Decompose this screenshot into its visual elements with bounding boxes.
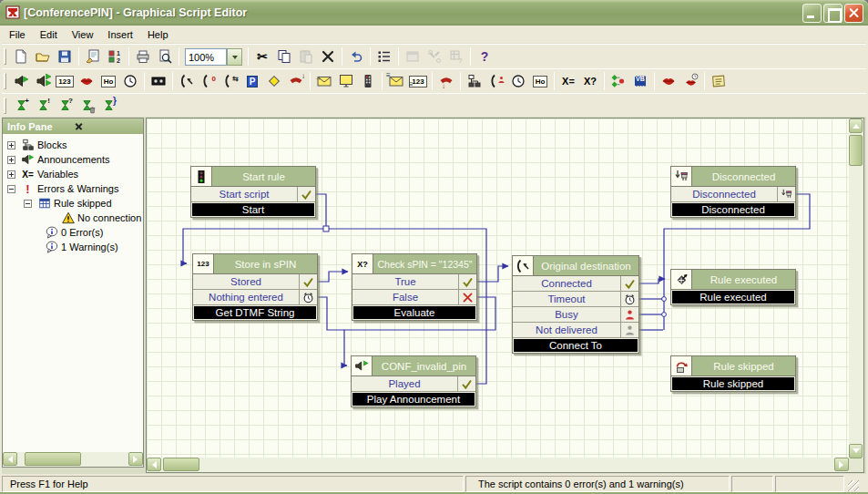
open-button[interactable] [32, 46, 54, 67]
numbered-list-button[interactable] [373, 46, 395, 67]
block-header[interactable]: Disconnected [671, 167, 795, 187]
hangup-button[interactable]: ↓ [285, 71, 307, 91]
canvas-hscrollbar[interactable] [147, 458, 849, 472]
tree-item-warning-count[interactable]: 1 Warning(s) [3, 240, 143, 254]
display-message-button[interactable] [335, 71, 357, 91]
outcome-row[interactable]: Connected [513, 276, 638, 292]
close-button[interactable] [844, 4, 863, 23]
wait-button[interactable] [119, 71, 141, 91]
time-check-button[interactable] [507, 71, 529, 91]
tree-label[interactable]: No connection [77, 212, 141, 223]
play-announcements-button[interactable] [32, 71, 54, 91]
block-rule-skipped[interactable]: Rule skipped Rule skipped [670, 355, 796, 392]
scroll-thumb[interactable] [25, 452, 81, 466]
block-store-in-spin[interactable]: 123 Store in sPIN Stored Nothing entered… [192, 253, 318, 321]
tree-label[interactable]: Blocks [37, 139, 66, 150]
speak-button[interactable] [658, 71, 679, 91]
undo-button[interactable] [345, 46, 367, 67]
action-bar[interactable]: Play Announcement [352, 393, 475, 406]
toolbar-grip[interactable] [4, 73, 6, 89]
query-variable-button[interactable]: ? [54, 96, 76, 116]
collapse-icon[interactable] [7, 185, 15, 193]
menu-edit[interactable]: Edit [33, 27, 65, 42]
tree-label[interactable]: Variables [37, 169, 78, 180]
action-bar[interactable]: Get DTMF String [194, 306, 316, 319]
tree-item-variables[interactable]: X= Variables [3, 167, 143, 181]
zoom-dropdown-icon[interactable] [227, 48, 242, 66]
zoom-value[interactable]: 100% [185, 48, 227, 66]
divert-call-button[interactable]: ⇆ [220, 71, 241, 91]
block-disconnected[interactable]: Disconnected Disconnected Disconnected [670, 166, 796, 218]
zoom-select[interactable]: 100% [185, 48, 242, 66]
queue-digits-button[interactable]: 123≡ [407, 71, 429, 91]
outcome-row[interactable]: Not delivered [513, 323, 638, 338]
action-bar[interactable]: Connect To [514, 339, 638, 352]
outcome-row[interactable]: Timeout [513, 292, 638, 307]
tree-label[interactable]: Rule skipped [54, 198, 112, 209]
outcome-row[interactable]: Start script [191, 187, 315, 202]
loop-variable-button[interactable]: } [97, 96, 119, 116]
tree-label[interactable]: Announcements [37, 154, 110, 165]
block-start-rule[interactable]: Start rule Start script Start [190, 166, 316, 218]
delete-variable-button[interactable] [76, 96, 97, 116]
save-button[interactable] [54, 46, 76, 67]
action-bar[interactable]: Disconnected [672, 203, 794, 216]
print-preview-button[interactable] [154, 46, 176, 67]
block-structure-button[interactable] [464, 71, 485, 91]
block-conf-invalid-pin[interactable]: CONF_invalid_pin Played Play Announcemen… [351, 355, 476, 407]
outcome-row[interactable]: Stored [193, 274, 317, 290]
maximize-button[interactable] [823, 4, 842, 23]
menu-view[interactable]: View [65, 27, 101, 42]
tree-label[interactable]: Errors & Warnings [37, 183, 118, 194]
title-bar[interactable]: [ConferencePIN] - Graphical Script Edito… [0, 0, 868, 26]
get-digits-button[interactable]: 123 [54, 71, 76, 91]
cut-button[interactable]: ✂ [251, 46, 273, 67]
notes-button[interactable] [708, 71, 730, 91]
block-header[interactable]: Original destination [513, 256, 638, 276]
toolbar-grip[interactable] [4, 48, 6, 65]
action-bar[interactable]: Start [192, 203, 314, 216]
set-variable-button[interactable]: ! [32, 96, 54, 116]
tree-item-errors-warnings[interactable]: ! Errors & Warnings [3, 181, 143, 196]
block-original-destination[interactable]: Original destination Connected Timeout B… [512, 255, 639, 354]
decision-button[interactable] [263, 71, 285, 91]
new-button[interactable] [10, 46, 32, 67]
queue-message-button[interactable]: ≡ [385, 71, 407, 91]
copy-button[interactable] [273, 46, 295, 67]
help-button[interactable]: ? [474, 46, 495, 67]
toolbar-grip[interactable] [4, 98, 6, 114]
scroll-left-button[interactable] [147, 458, 161, 471]
outcome-row[interactable]: False [352, 290, 476, 305]
conference-button[interactable] [485, 71, 507, 91]
add-variable-button[interactable]: + [10, 96, 32, 116]
outcome-row[interactable]: True [352, 274, 476, 290]
block-header[interactable]: CONF_invalid_pin [352, 356, 475, 376]
action-bar[interactable]: Evaluate [353, 306, 475, 319]
resize-grip[interactable] [846, 476, 860, 492]
outcome-row[interactable]: Played [352, 376, 475, 392]
speak-text-button[interactable] [76, 71, 97, 91]
date-check-button[interactable]: Ho [529, 71, 551, 91]
renumber-blocks-button[interactable] [104, 46, 126, 67]
canvas-sheet[interactable]: Start rule Start script Start 123 Store … [147, 118, 850, 458]
canvas-vscrollbar[interactable] [849, 118, 863, 458]
scroll-left-button[interactable] [3, 452, 17, 466]
properties-button[interactable] [82, 46, 104, 67]
scroll-thumb[interactable] [849, 135, 863, 166]
action-bar[interactable]: Rule skipped [672, 377, 794, 390]
block-check-spin[interactable]: X? Check sPIN = "12345" True False Evalu… [352, 253, 477, 321]
print-button[interactable] [132, 46, 154, 67]
pickup-call-button[interactable]: ↓ [435, 71, 457, 91]
delete-button[interactable] [317, 46, 339, 67]
info-pane-close-icon[interactable] [73, 120, 138, 132]
scroll-right-button[interactable] [834, 458, 849, 471]
reject-call-button[interactable]: 0 [198, 71, 220, 91]
vb-script-button[interactable]: VB [629, 71, 651, 91]
scroll-up-button[interactable] [849, 118, 863, 133]
say-number-button[interactable]: Ho [97, 71, 119, 91]
outcome-row[interactable]: Nothing entered [193, 290, 317, 305]
info-pane-hscrollbar[interactable] [3, 452, 143, 467]
expand-icon[interactable] [7, 141, 15, 149]
evaluate-variable-button[interactable]: X? [579, 71, 601, 91]
tree-label[interactable]: 1 Warning(s) [61, 242, 118, 252]
